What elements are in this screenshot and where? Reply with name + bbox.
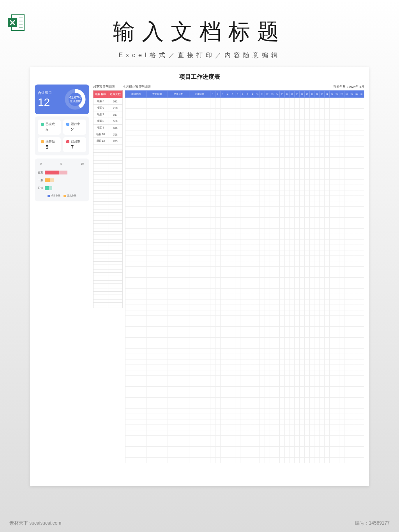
table-row <box>125 370 364 376</box>
overdue-section-title: 超期项目明细表 <box>93 85 123 89</box>
total-label: 合计项目 <box>38 90 62 95</box>
table-row <box>125 343 364 349</box>
table-row: 项目3692 <box>94 98 123 105</box>
day-col: 3 <box>220 91 225 98</box>
table-row <box>94 174 123 177</box>
table-row <box>125 419 364 425</box>
day-col: 17 <box>290 91 295 98</box>
table-row <box>94 153 123 155</box>
table-row <box>94 144 123 147</box>
table-row <box>125 98 364 103</box>
day-col: 5 <box>230 91 235 98</box>
day-col: 27 <box>339 91 344 98</box>
table-row <box>125 392 364 398</box>
table-row <box>94 166 123 169</box>
chart-bar-row: 重要 <box>38 171 86 174</box>
bar-label: 日常 <box>38 186 45 190</box>
table-row <box>94 234 123 237</box>
table-row <box>94 218 123 221</box>
table-row <box>94 155 123 158</box>
table-row: 项目6710 <box>94 105 123 111</box>
table-row <box>94 237 123 240</box>
day-col: 24 <box>324 91 329 98</box>
table-row: 项目12769 <box>94 138 123 144</box>
table-row <box>125 365 364 370</box>
table-row <box>94 158 123 161</box>
table-row: 项目9686 <box>94 125 123 131</box>
page-title: 输入文档标题 <box>0 0 399 47</box>
table-row <box>125 196 364 201</box>
table-row <box>94 202 123 204</box>
table-row <box>94 262 123 264</box>
table-row <box>94 286 123 289</box>
table-row <box>125 447 364 452</box>
table-row <box>94 248 123 251</box>
table-row <box>125 180 364 185</box>
table-row <box>94 294 123 297</box>
table-row <box>94 221 123 224</box>
total-value: 12 <box>38 96 62 109</box>
overdue-table: 项目名称 超期天数 项目3692项目6710项目7687项目8618项目9686… <box>93 90 123 463</box>
table-row <box>94 275 123 278</box>
table-row <box>94 177 123 180</box>
table-row: 项目8618 <box>94 118 123 125</box>
footer-source: 素材天下 sucaisucai.com <box>9 520 61 527</box>
sidebar: 合计项目 12 41.67%完成进度 已完成5进行中2 未开始5已超期7 0 5… <box>35 85 89 463</box>
table-row <box>94 196 123 199</box>
chart-axis: 0 5 10 <box>38 162 86 167</box>
table-row <box>125 207 364 212</box>
day-col: 15 <box>280 91 285 98</box>
detail-table: 项目名称开始日期结束日期完成状态123456789101112131415161… <box>125 90 364 463</box>
table-row <box>94 289 123 292</box>
table-row <box>125 147 364 152</box>
table-row <box>125 359 364 365</box>
summary-card: 合计项目 12 41.67%完成进度 <box>35 85 89 114</box>
table-row <box>125 409 364 414</box>
table-row <box>125 289 364 294</box>
table-row <box>94 164 123 166</box>
day-col: 28 <box>344 91 349 98</box>
stat-card: 已完成5 <box>38 120 61 135</box>
table-row <box>94 161 123 164</box>
table-row <box>125 452 364 458</box>
table-row <box>125 152 364 158</box>
day-col: 11 <box>260 91 265 98</box>
footer-id: 编号：14589177 <box>355 520 390 527</box>
stat-label: 未开始 <box>46 139 55 144</box>
table-row <box>125 441 364 447</box>
day-col: 10 <box>255 91 260 98</box>
doc-title: 项目工作进度表 <box>35 73 364 81</box>
table-row <box>125 234 364 240</box>
stat-card: 未开始5 <box>38 137 61 152</box>
table-row <box>125 430 364 436</box>
table-row <box>125 305 364 310</box>
stat-value: 7 <box>71 144 80 150</box>
table-row <box>94 245 123 248</box>
day-col: 4 <box>225 91 230 98</box>
stat-card: 已超期7 <box>63 137 86 152</box>
table-row <box>125 169 364 174</box>
table-row <box>125 245 364 250</box>
table-row <box>125 381 364 387</box>
day-col: 31 <box>359 91 364 98</box>
current-date: 当前年月：2024年 8月 <box>333 85 364 89</box>
chart-bar-row: 一般 <box>38 178 86 182</box>
stat-label: 已超期 <box>71 139 80 144</box>
detail-col: 结束日期 <box>168 91 189 98</box>
day-col: 16 <box>285 91 290 98</box>
table-row <box>94 204 123 207</box>
table-row <box>125 398 364 403</box>
table-row <box>94 150 123 153</box>
stat-value: 5 <box>46 127 55 132</box>
table-row <box>94 284 123 286</box>
table-row <box>125 256 364 261</box>
day-col: 30 <box>354 91 359 98</box>
table-row <box>94 273 123 275</box>
stat-value: 2 <box>71 127 80 132</box>
table-row <box>94 210 123 213</box>
table-row <box>125 387 364 392</box>
day-col: 19 <box>300 91 305 98</box>
donut-label: 完成进度 <box>69 100 81 103</box>
table-row <box>94 254 123 256</box>
table-row <box>125 414 364 419</box>
